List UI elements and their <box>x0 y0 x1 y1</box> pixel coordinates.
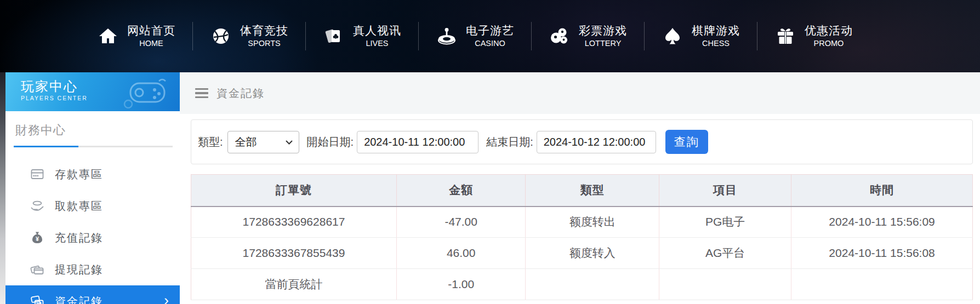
lives-icon <box>323 25 345 47</box>
cell-type: 额度转出 <box>526 207 659 238</box>
home-icon <box>97 25 119 47</box>
nav-item-lottery[interactable]: 彩票游戏 LOTTERY <box>532 14 644 58</box>
nav-label: 棋牌游戏 CHESS <box>692 24 740 49</box>
promo-icon <box>774 25 796 47</box>
cell-empty <box>526 269 659 300</box>
nav-zh: 棋牌游戏 <box>692 24 740 38</box>
nav-label: 真人视讯 LIVES <box>353 24 401 49</box>
end-date-input[interactable]: 2024-10-12 12:00:00 <box>537 131 656 153</box>
cell-time: 2024-10-11 15:56:09 <box>791 207 973 238</box>
chevron-right-icon: › <box>164 293 169 304</box>
nav-en: LOTTERY <box>585 38 622 49</box>
cell-amount: -47.00 <box>397 207 526 238</box>
sidebar-item-recharge-record[interactable]: ¥ 充值記錄 <box>5 222 180 254</box>
start-date-input[interactable]: 2024-10-11 12:00:00 <box>357 131 478 153</box>
table-summary-row: 當前頁統計 -1.00 <box>191 269 973 300</box>
sidebar-item-label: 資金記錄 <box>55 294 103 304</box>
cell-order-no: 1728633369628617 <box>191 207 397 238</box>
casino-icon <box>436 25 458 47</box>
page-left-edge <box>0 72 5 304</box>
col-header-order-no: 訂單號 <box>191 175 397 207</box>
search-button[interactable]: 查詢 <box>665 130 708 154</box>
nav-item-sports[interactable]: 体育竞技 SPORTS <box>193 14 305 58</box>
nav-zh: 真人视讯 <box>353 24 401 38</box>
table-row: 1728633369628617 -47.00 额度转出 PG电子 2024-1… <box>191 207 973 238</box>
nav-item-lives[interactable]: 真人视讯 LIVES <box>306 14 418 58</box>
nav-en: LIVES <box>366 38 388 49</box>
nav-en: CHESS <box>702 38 730 49</box>
col-header-time: 時間 <box>791 175 973 207</box>
table-header-row: 訂單號 金額 類型 項目 時間 <box>191 175 973 207</box>
funds-record-table: 訂單號 金額 類型 項目 時間 1728633369628617 -47.00 … <box>191 174 973 300</box>
chevron-down-icon <box>286 140 293 145</box>
sidebar-item-withdrawal-record[interactable]: 提現記錄 <box>5 254 180 285</box>
cell-item: AG平台 <box>659 238 791 269</box>
sports-icon <box>210 25 232 47</box>
type-select-value: 全部 <box>235 135 257 150</box>
nav-en: CASINO <box>475 38 505 49</box>
nav-item-chess[interactable]: 棋牌游戏 CHESS <box>645 14 757 58</box>
main-content: 類型: 全部 開始日期: 2024-10-11 12:00:00 結束日期: 2… <box>191 114 973 300</box>
recharge-record-icon: ¥ <box>30 231 44 245</box>
lottery-icon <box>549 25 571 47</box>
end-date-label: 結束日期: <box>486 135 533 150</box>
nav-item-casino[interactable]: 电子游艺 CASINO <box>419 14 531 58</box>
nav-en: HOME <box>139 38 163 49</box>
cell-empty <box>791 269 973 300</box>
nav-zh: 体育竞技 <box>240 24 288 38</box>
nav-zh: 网站首页 <box>127 24 175 38</box>
cell-item: PG电子 <box>659 207 791 238</box>
section-divider <box>14 146 173 147</box>
sidebar-item-label: 取款專區 <box>55 199 103 214</box>
top-navigation: 网站首页 HOME 体育竞技 SPORTS <box>0 0 980 72</box>
page-title: 資金記錄 <box>216 86 265 101</box>
withdraw-icon <box>30 199 44 213</box>
filter-panel: 類型: 全部 開始日期: 2024-10-11 12:00:00 結束日期: 2… <box>191 119 973 164</box>
cell-type: 额度转入 <box>526 238 659 269</box>
type-select[interactable]: 全部 <box>227 131 299 153</box>
nav-item-promo[interactable]: 优惠活动 PROMO <box>757 14 870 58</box>
sidebar-item-label: 存款專區 <box>55 167 103 182</box>
cell-empty <box>659 269 791 300</box>
start-date-label: 開始日期: <box>307 135 354 150</box>
nav-label: 网站首页 HOME <box>127 24 175 49</box>
cell-order-no: 1728633367855439 <box>191 238 397 269</box>
sidebar-menu: 存款專區 取款專區 ¥ 充值記錄 提現記錄 <box>5 158 180 304</box>
nav-zh: 电子游艺 <box>466 24 514 38</box>
nav-label: 优惠活动 PROMO <box>805 24 853 49</box>
main-header: 資金記錄 <box>180 72 980 114</box>
col-header-type: 類型 <box>526 175 659 207</box>
nav-zh: 彩票游戏 <box>579 24 627 38</box>
sidebar-item-funds-record[interactable]: 資金記錄 › <box>5 285 180 304</box>
sidebar-item-deposit[interactable]: 存款專區 <box>5 158 180 190</box>
nav-label: 电子游艺 CASINO <box>466 24 514 49</box>
cell-amount: 46.00 <box>397 238 526 269</box>
col-header-amount: 金額 <box>397 175 526 207</box>
sidebar-item-withdraw[interactable]: 取款專區 <box>5 190 180 222</box>
deposit-icon <box>30 167 44 181</box>
nav-label: 彩票游戏 LOTTERY <box>579 24 627 49</box>
sidebar-item-label: 充值記錄 <box>55 231 103 245</box>
start-date-value: 2024-10-11 12:00:00 <box>364 136 465 148</box>
chess-icon <box>662 25 683 47</box>
nav-zh: 优惠活动 <box>805 24 853 38</box>
type-label: 類型: <box>198 135 223 150</box>
hamburger-menu-icon[interactable] <box>195 88 208 99</box>
sidebar-item-label: 提現記錄 <box>55 262 103 277</box>
col-header-item: 項目 <box>659 175 791 207</box>
nav-label: 体育竞技 SPORTS <box>240 24 288 49</box>
cell-summary-label: 當前頁統計 <box>191 269 397 300</box>
gamepad-icon <box>121 77 171 108</box>
cell-time: 2024-10-11 15:56:08 <box>791 238 973 269</box>
table-row: 1728633367855439 46.00 额度转入 AG平台 2024-10… <box>191 238 973 269</box>
yuan-glyph: ¥ <box>36 236 39 242</box>
nav-en: SPORTS <box>248 38 280 49</box>
nav-item-home[interactable]: 网站首页 HOME <box>80 14 192 58</box>
funds-record-icon <box>30 294 44 304</box>
cell-summary-amount: -1.00 <box>397 269 526 300</box>
end-date-value: 2024-10-12 12:00:00 <box>544 136 646 148</box>
nav-items: 网站首页 HOME 体育竞技 SPORTS <box>80 0 870 72</box>
players-center-header: 玩家中心 PLAYERS CENTER <box>5 72 180 111</box>
nav-en: PROMO <box>814 38 844 49</box>
sidebar: 玩家中心 PLAYERS CENTER 財務中心 存款專區 <box>5 72 180 304</box>
